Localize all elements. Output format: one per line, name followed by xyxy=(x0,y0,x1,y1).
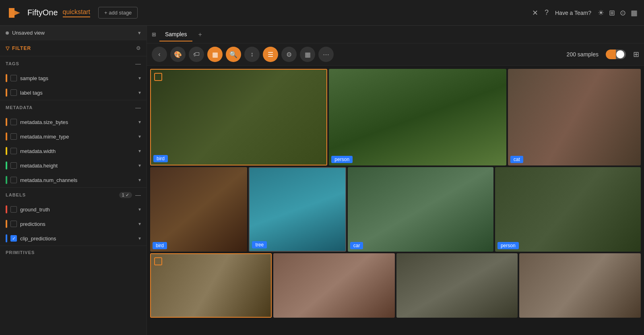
label-tags-chevron[interactable]: ▾ xyxy=(138,90,141,95)
num-channels-color xyxy=(6,176,7,184)
tags-section: TAGS — sample tags ▾ label tags ▾ xyxy=(0,56,147,100)
ground-truth-checkbox[interactable] xyxy=(10,206,17,213)
help-icon[interactable]: ? xyxy=(545,8,549,17)
clip-predictions-chevron[interactable]: ▾ xyxy=(138,236,141,241)
predictions-chevron[interactable]: ▾ xyxy=(138,221,141,227)
chart-button[interactable]: ▦ xyxy=(300,47,315,62)
ground-truth-item[interactable]: ground_truth ▾ xyxy=(0,202,147,217)
predictions-color xyxy=(6,220,7,228)
metadata-collapse[interactable]: — xyxy=(135,104,141,111)
scatter-button[interactable]: ⋯ xyxy=(318,47,334,62)
size-bytes-chevron[interactable]: ▾ xyxy=(138,119,141,125)
predictions-item[interactable]: predictions ▾ xyxy=(0,217,147,231)
filter-button[interactable]: ▦ xyxy=(207,47,223,62)
view-toggle[interactable] xyxy=(606,50,626,59)
filter-title: ▽ FILTER xyxy=(6,45,31,51)
height-item[interactable]: metadata.height ▾ xyxy=(0,158,147,173)
tag-button[interactable]: 🏷 xyxy=(189,47,204,62)
labels-title: LABELS xyxy=(6,192,26,197)
github-icon[interactable]: ⊙ xyxy=(620,8,626,17)
clip-predictions-color xyxy=(6,234,7,242)
image-cell-horse[interactable]: person xyxy=(329,69,506,165)
clip-predictions-item[interactable]: clip_predictions ▾ xyxy=(0,231,147,246)
mime-type-chevron[interactable]: ▾ xyxy=(138,134,141,139)
height-chevron[interactable]: ▾ xyxy=(138,163,141,168)
list-button[interactable]: ☰ xyxy=(263,47,278,62)
search-button[interactable]: 🔍 xyxy=(226,47,241,62)
width-item[interactable]: metadata.width ▾ xyxy=(0,144,147,158)
filter-icon: ▽ xyxy=(6,45,10,51)
image-cell-train[interactable]: car xyxy=(348,167,493,252)
close-icon[interactable]: ✕ xyxy=(532,8,538,17)
width-label: metadata.width xyxy=(20,148,135,154)
predictions-checkbox[interactable] xyxy=(10,221,17,227)
mime-type-item[interactable]: metadata.mime_type ▾ xyxy=(0,129,147,144)
tab-add-button[interactable]: + xyxy=(194,29,206,40)
image-cell-cow[interactable]: person xyxy=(495,167,641,252)
filter-header: ▽ FILTER ⚙ xyxy=(0,40,147,56)
view-chevron: ▾ xyxy=(138,30,141,36)
labels-collapse[interactable]: — xyxy=(135,192,141,198)
image-checkbox-cat2[interactable] xyxy=(154,257,162,265)
width-color xyxy=(6,147,7,155)
settings-button[interactable]: ⚙ xyxy=(281,47,297,62)
grid-view-icon[interactable]: ⊞ xyxy=(633,50,639,59)
palette-button[interactable]: 🎨 xyxy=(170,47,186,62)
label-tags-item[interactable]: label tags ▾ xyxy=(0,85,147,100)
mime-type-color xyxy=(6,132,7,141)
num-channels-chevron[interactable]: ▾ xyxy=(138,177,141,183)
sample-tags-checkbox[interactable] xyxy=(10,75,17,81)
view-selector[interactable]: Unsaved view ▾ xyxy=(0,26,147,40)
image-label-horse: person xyxy=(331,156,353,163)
width-checkbox[interactable] xyxy=(10,148,17,154)
height-label: metadata.height xyxy=(20,163,135,169)
mime-type-checkbox[interactable] xyxy=(10,133,17,140)
size-bytes-checkbox[interactable] xyxy=(10,119,17,125)
sample-tags-chevron[interactable]: ▾ xyxy=(138,75,141,81)
image-cell-bird2[interactable] xyxy=(396,253,518,318)
num-channels-label: metadata.num_channels xyxy=(20,177,135,183)
main-layout: Unsaved view ▾ ▽ FILTER ⚙ TAGS — sample … xyxy=(0,26,644,335)
image-cell-misc[interactable] xyxy=(519,253,641,318)
mime-type-label: metadata.mime_type xyxy=(20,134,135,140)
label-tags-checkbox[interactable] xyxy=(10,89,17,96)
tab-samples[interactable]: Samples xyxy=(159,28,192,41)
image-label-food: bird xyxy=(153,242,167,249)
size-bytes-item[interactable]: metadata.size_bytes ▾ xyxy=(0,115,147,129)
ground-truth-label: ground_truth xyxy=(20,207,135,213)
num-channels-item[interactable]: metadata.num_channels ▾ xyxy=(0,173,147,187)
header: FiftyOne quickstart + add stage ✕ ? Have… xyxy=(0,0,644,26)
image-checkbox-bird1[interactable] xyxy=(154,73,162,81)
sort-button[interactable]: ↕ xyxy=(244,47,260,62)
image-cell-food[interactable]: bird xyxy=(150,167,247,252)
metadata-title: METADATA xyxy=(6,105,33,110)
image-cell-cake[interactable]: tree xyxy=(249,167,346,252)
app-title: FiftyOne xyxy=(27,8,58,17)
height-checkbox[interactable] xyxy=(10,162,17,169)
clip-predictions-checkbox[interactable] xyxy=(10,235,17,242)
view-dot xyxy=(6,31,9,35)
filter-gear-icon[interactable]: ⚙ xyxy=(136,45,141,51)
num-channels-checkbox[interactable] xyxy=(10,177,17,183)
add-stage-button[interactable]: + add stage xyxy=(98,7,138,19)
image-cell-cat2[interactable] xyxy=(150,253,272,318)
team-icon[interactable]: ⊞ xyxy=(609,8,615,17)
image-row-1: bird person cat xyxy=(150,69,641,165)
ground-truth-chevron[interactable]: ▾ xyxy=(138,207,141,212)
image-label-bird1: bird xyxy=(153,155,168,162)
image-cell-person2[interactable] xyxy=(273,253,395,318)
header-right: ✕ ? Have a Team? ☀ ⊞ ⊙ ▦ xyxy=(532,8,638,17)
tags-collapse[interactable]: — xyxy=(135,60,141,67)
layout-icon[interactable]: ▦ xyxy=(631,8,638,17)
size-bytes-color xyxy=(6,118,7,126)
grid-icon-tab: ⊞ xyxy=(152,31,156,37)
image-cell-cat1[interactable]: cat xyxy=(508,69,641,165)
width-chevron[interactable]: ▾ xyxy=(138,148,141,154)
theme-icon[interactable]: ☀ xyxy=(598,8,604,17)
image-label-cow: person xyxy=(497,242,519,249)
header-icons: ☀ ⊞ ⊙ ▦ xyxy=(598,8,638,17)
toolbar: ‹ 🎨 🏷 ▦ 🔍 ↕ ☰ ⚙ ▦ ⋯ 200 samples ⊞ xyxy=(147,43,644,66)
image-cell-bird1[interactable]: bird xyxy=(150,69,327,165)
sample-tags-item[interactable]: sample tags ▾ xyxy=(0,71,147,85)
back-button[interactable]: ‹ xyxy=(152,47,167,62)
